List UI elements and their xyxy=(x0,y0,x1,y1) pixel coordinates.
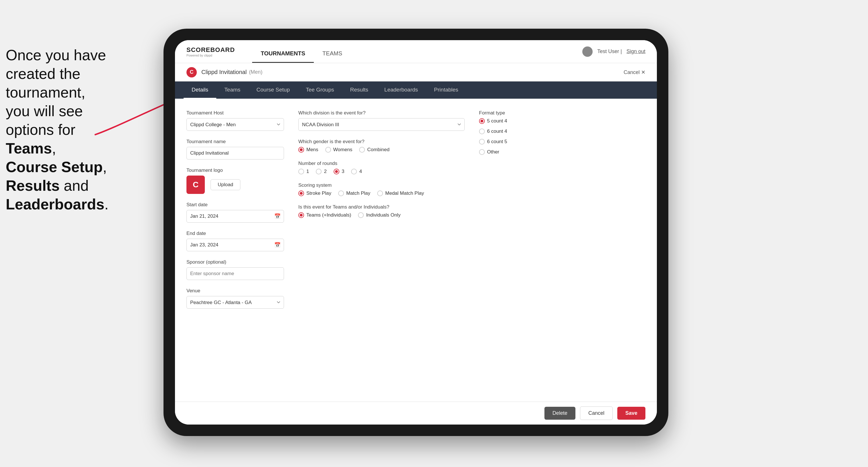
format-5count4-radio[interactable] xyxy=(479,118,485,124)
sub-tab-details[interactable]: Details xyxy=(184,82,216,99)
rounds-1-radio[interactable] xyxy=(298,169,304,175)
top-nav: SCOREBOARD Powered by clippd TOURNAMENTS… xyxy=(175,40,657,63)
instruction-line2: created the xyxy=(6,65,80,82)
save-button[interactable]: Save xyxy=(617,407,645,420)
rounds-3-radio[interactable] xyxy=(334,169,339,175)
scoring-label: Scoring system xyxy=(298,182,465,188)
scoring-match[interactable]: Match Play xyxy=(338,190,370,196)
rounds-2[interactable]: 2 xyxy=(316,169,327,175)
venue-label: Venue xyxy=(186,288,284,294)
rounds-3[interactable]: 3 xyxy=(334,169,344,175)
cancel-button[interactable]: Cancel xyxy=(580,406,613,420)
individuals-only[interactable]: Individuals Only xyxy=(358,212,400,218)
teams-plus-radio[interactable] xyxy=(298,212,304,218)
instruction-bold4: Leaderboards xyxy=(6,196,104,213)
rounds-4-radio[interactable] xyxy=(351,169,357,175)
upload-button[interactable]: Upload xyxy=(211,179,240,190)
form-grid: Tournament Host Clippd College - Men Tou… xyxy=(186,110,645,309)
breadcrumb-bar: C Clippd Invitational (Men) Cancel ✕ xyxy=(175,63,657,82)
sign-out-link[interactable]: Sign out xyxy=(626,49,645,55)
format-other-radio[interactable] xyxy=(479,149,485,155)
scoring-medal-radio[interactable] xyxy=(377,190,383,196)
gender-womens[interactable]: Womens xyxy=(325,147,352,153)
end-date-group: End date 📅 xyxy=(186,230,284,251)
gender-mens-radio[interactable] xyxy=(298,147,304,153)
logo-upload-area: C Upload xyxy=(186,176,284,194)
nav-tab-tournaments[interactable]: TOURNAMENTS xyxy=(252,50,314,63)
sub-tab-course-setup[interactable]: Course Setup xyxy=(248,82,298,99)
instruction-bold2: Course Setup xyxy=(6,159,103,175)
tablet-frame: SCOREBOARD Powered by clippd TOURNAMENTS… xyxy=(163,29,669,436)
gender-womens-radio[interactable] xyxy=(325,147,331,153)
rounds-2-radio[interactable] xyxy=(316,169,321,175)
venue-select[interactable]: Peachtree GC - Atlanta - GA xyxy=(186,296,284,309)
logo-area: SCOREBOARD Powered by clippd xyxy=(186,46,235,57)
user-label: Test User | xyxy=(597,49,622,55)
rounds-4[interactable]: 4 xyxy=(351,169,362,175)
sub-tabs: Details Teams Course Setup Tee Groups Re… xyxy=(175,82,657,99)
logo-subtitle: Powered by clippd xyxy=(186,54,235,57)
gender-combined[interactable]: Combined xyxy=(359,147,390,153)
teams-plus-individuals[interactable]: Teams (+Individuals) xyxy=(298,212,351,218)
division-group: Which division is the event for? NCAA Di… xyxy=(298,110,465,131)
rounds-label: Number of rounds xyxy=(298,161,465,166)
sub-tab-teams[interactable]: Teams xyxy=(216,82,248,99)
host-select[interactable]: Clippd College - Men xyxy=(186,118,284,131)
instruction-bold3: Results xyxy=(6,177,60,194)
gender-mens[interactable]: Mens xyxy=(298,147,318,153)
start-date-wrapper: 📅 xyxy=(186,210,284,223)
format-6count5-radio[interactable] xyxy=(479,139,485,145)
division-label: Which division is the event for? xyxy=(298,110,465,116)
host-label: Tournament Host xyxy=(186,110,284,116)
cancel-top-button[interactable]: Cancel ✕ xyxy=(624,69,645,75)
format-group: Format type 5 count 4 6 count 4 xyxy=(479,110,645,155)
format-other[interactable]: Other xyxy=(479,149,645,155)
scoring-stroke[interactable]: Stroke Play xyxy=(298,190,331,196)
sub-tab-leaderboards[interactable]: Leaderboards xyxy=(376,82,426,99)
breadcrumb-tournament-name: Clippd Invitational xyxy=(202,69,247,75)
teams-radio-group: Teams (+Individuals) Individuals Only xyxy=(298,212,465,218)
end-date-input[interactable] xyxy=(186,239,284,251)
rounds-group: Number of rounds 1 2 xyxy=(298,161,465,175)
start-date-group: Start date 📅 xyxy=(186,202,284,223)
sponsor-input[interactable] xyxy=(186,267,284,280)
sub-tab-tee-groups[interactable]: Tee Groups xyxy=(298,82,342,99)
scoring-medal[interactable]: Medal Match Play xyxy=(377,190,424,196)
gender-combined-radio[interactable] xyxy=(359,147,365,153)
format-6count4-radio[interactable] xyxy=(479,128,485,134)
teams-individuals-label: Is this event for Teams and/or Individua… xyxy=(298,204,465,210)
rounds-1[interactable]: 1 xyxy=(298,169,309,175)
form-col-1: Tournament Host Clippd College - Men Tou… xyxy=(186,110,284,309)
logo-group: Tournament logo C Upload xyxy=(186,167,284,194)
format-label: Format type xyxy=(479,110,645,116)
instruction-bold1: Teams xyxy=(6,140,52,157)
logo-label: Tournament logo xyxy=(186,167,284,173)
format-6count4[interactable]: 6 count 4 xyxy=(479,128,645,134)
division-select[interactable]: NCAA Division III xyxy=(298,118,465,131)
nav-tabs: TOURNAMENTS TEAMS xyxy=(252,40,351,63)
user-avatar-icon xyxy=(582,46,593,57)
teams-individuals-group: Is this event for Teams and/or Individua… xyxy=(298,204,465,218)
sub-tab-results[interactable]: Results xyxy=(342,82,376,99)
form-col-3: Format type 5 count 4 6 count 4 xyxy=(479,110,645,309)
start-date-input[interactable] xyxy=(186,210,284,223)
instruction-line5: options for xyxy=(6,121,75,138)
logo-title: SCOREBOARD xyxy=(186,46,235,54)
instruction-line3: tournament, xyxy=(6,84,86,101)
delete-button[interactable]: Delete xyxy=(545,407,576,420)
scoring-stroke-radio[interactable] xyxy=(298,190,304,196)
sponsor-label: Sponsor (optional) xyxy=(186,259,284,265)
format-6count5[interactable]: 6 count 5 xyxy=(479,139,645,145)
format-5count4[interactable]: 5 count 4 xyxy=(479,118,645,124)
individuals-only-radio[interactable] xyxy=(358,212,364,218)
breadcrumb-icon: C xyxy=(186,67,197,77)
sponsor-group: Sponsor (optional) xyxy=(186,259,284,280)
name-input[interactable] xyxy=(186,147,284,159)
nav-tab-teams[interactable]: TEAMS xyxy=(314,50,351,63)
sub-tab-printables[interactable]: Printables xyxy=(426,82,466,99)
scoring-group: Scoring system Stroke Play Match Play xyxy=(298,182,465,196)
name-label: Tournament name xyxy=(186,139,284,145)
name-group: Tournament name xyxy=(186,139,284,159)
format-type-options: 5 count 4 6 count 4 6 count 5 xyxy=(479,118,645,155)
scoring-match-radio[interactable] xyxy=(338,190,344,196)
